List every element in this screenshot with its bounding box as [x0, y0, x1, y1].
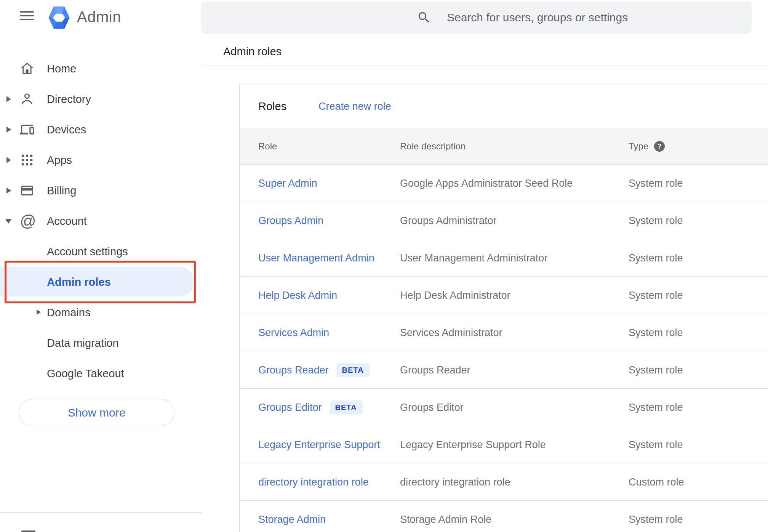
- sidebar-item-apps[interactable]: Apps: [0, 145, 201, 175]
- sidebar-item-label: Billing: [47, 184, 76, 197]
- roles-table-body: Super AdminGoogle Apps Administrator See…: [240, 165, 768, 532]
- role-cell: Super Admin: [258, 177, 317, 189]
- table-header-row: Role Role description Type ?: [240, 128, 768, 165]
- role-cell: directory integration role: [258, 476, 369, 488]
- role-description-cell: Google Apps Administrator Seed Role: [400, 177, 573, 189]
- hamburger-menu-icon[interactable]: [20, 10, 34, 21]
- table-row: Groups EditorBETAGroups EditorSystem rol…: [240, 389, 768, 426]
- table-row: Storage AdminStorage Admin RoleSystem ro…: [240, 501, 768, 532]
- role-type-cell: Custom role: [629, 476, 684, 488]
- role-link[interactable]: Storage Admin: [258, 513, 326, 525]
- sidebar-item-label: Home: [47, 62, 76, 75]
- search-input[interactable]: [447, 1, 768, 34]
- chevron-down-icon[interactable]: [5, 219, 11, 224]
- sidebar-item-label: Directory: [47, 93, 91, 106]
- show-more-button[interactable]: Show more: [19, 399, 174, 426]
- role-type-cell: System role: [629, 439, 683, 450]
- sidebar-item-devices[interactable]: Devices: [0, 114, 201, 145]
- chevron-right-icon[interactable]: [6, 157, 11, 163]
- role-cell: Services Admin: [258, 327, 329, 338]
- role-type-cell: System role: [629, 215, 683, 226]
- create-new-role-link[interactable]: Create new role: [318, 101, 391, 112]
- partial-footer-icon: [21, 530, 35, 532]
- sidebar-item-label: Apps: [47, 154, 72, 167]
- apps-grid-icon: [20, 153, 34, 167]
- role-link[interactable]: Super Admin: [258, 177, 317, 189]
- table-row: Legacy Enterprise SupportLegacy Enterpri…: [240, 426, 768, 463]
- sidebar-item-data-migration[interactable]: Data migration: [0, 328, 201, 358]
- sidebar-item-label: Account: [47, 215, 87, 228]
- table-row: User Management AdminUser Management Adm…: [240, 239, 768, 277]
- sidebar-item-home[interactable]: Home: [0, 53, 201, 84]
- role-link[interactable]: User Management Admin: [258, 252, 374, 263]
- sidebar-nav: HomeDirectoryDevicesAppsBilling@Account: [0, 53, 201, 236]
- role-link[interactable]: Services Admin: [258, 327, 329, 338]
- sidebar-item-domains[interactable]: Domains: [0, 297, 201, 328]
- sidebar-item-label: Admin roles: [47, 276, 111, 288]
- sidebar-item-label: Domains: [47, 306, 90, 319]
- chevron-right-icon[interactable]: [6, 127, 11, 133]
- role-type-cell: System role: [629, 364, 683, 376]
- role-cell: Groups ReaderBETA: [258, 363, 370, 377]
- role-cell: Groups Admin: [258, 215, 323, 226]
- search-bar: [201, 1, 752, 34]
- sidebar-item-directory[interactable]: Directory: [0, 84, 201, 114]
- table-row: Super AdminGoogle Apps Administrator See…: [240, 165, 768, 202]
- role-description-cell: Services Administrator: [400, 327, 502, 338]
- role-link[interactable]: Groups Editor: [258, 401, 322, 413]
- column-header-role: Role: [258, 141, 277, 152]
- sidebar-item-label: Account settings: [47, 245, 128, 258]
- role-link[interactable]: Groups Reader: [258, 364, 329, 375]
- role-description-cell: Groups Reader: [400, 364, 470, 376]
- role-description-cell: Legacy Enterprise Support Role: [400, 439, 546, 450]
- role-type-cell: System role: [629, 513, 683, 525]
- search-icon: [417, 10, 431, 25]
- beta-badge: BETA: [336, 363, 370, 377]
- role-cell: Legacy Enterprise Support: [258, 439, 380, 450]
- role-link[interactable]: Legacy Enterprise Support: [258, 439, 380, 450]
- sidebar-item-label: Google Takeout: [47, 367, 124, 380]
- role-cell: User Management Admin: [258, 252, 374, 264]
- person-icon: [20, 92, 34, 106]
- roles-card-header: Roles Create new role: [240, 85, 768, 128]
- sidebar-item-account-settings[interactable]: Account settings: [0, 236, 201, 267]
- role-cell: Help Desk Admin: [258, 289, 337, 301]
- sidebar-footer-divider: [0, 512, 202, 513]
- role-description-cell: Groups Administrator: [400, 215, 497, 226]
- table-row: Services AdminServices AdministratorSyst…: [240, 314, 768, 351]
- role-link[interactable]: Help Desk Admin: [258, 289, 337, 301]
- role-type-cell: System role: [629, 289, 683, 301]
- role-link[interactable]: directory integration role: [258, 476, 369, 487]
- sidebar: Admin HomeDirectoryDevicesAppsBilling@Ac…: [0, 0, 201, 532]
- role-link[interactable]: Groups Admin: [258, 215, 323, 226]
- breadcrumb: Admin roles: [223, 45, 282, 58]
- chevron-right-icon[interactable]: [37, 309, 41, 315]
- help-icon[interactable]: ?: [654, 141, 665, 152]
- devices-icon: [20, 122, 34, 137]
- table-row: directory integration roledirectory inte…: [240, 463, 768, 501]
- admin-console: Admin HomeDirectoryDevicesAppsBilling@Ac…: [0, 0, 768, 532]
- card-title: Roles: [258, 100, 286, 113]
- chevron-right-icon[interactable]: [6, 96, 11, 102]
- role-description-cell: User Management Administrator: [400, 252, 547, 264]
- sidebar-item-billing[interactable]: Billing: [0, 175, 201, 206]
- sidebar-item-label: Data migration: [47, 337, 119, 349]
- sidebar-item-admin-roles[interactable]: Admin roles: [0, 267, 201, 297]
- role-description-cell: Storage Admin Role: [400, 513, 491, 525]
- sidebar-item-label: Devices: [47, 123, 86, 136]
- role-type-cell: System role: [629, 177, 683, 189]
- sidebar-item-google-takeout[interactable]: Google Takeout: [0, 358, 201, 389]
- role-cell: Groups EditorBETA: [258, 400, 363, 414]
- beta-badge: BETA: [330, 400, 363, 414]
- chevron-right-icon[interactable]: [6, 187, 11, 194]
- table-row: Groups AdminGroups AdministratorSystem r…: [240, 202, 768, 239]
- credit-card-icon: [20, 183, 34, 198]
- at-sign-icon: @: [20, 214, 34, 228]
- role-type-cell: System role: [629, 252, 683, 264]
- app-name: Admin: [77, 8, 121, 26]
- table-row: Help Desk AdminHelp Desk AdministratorSy…: [240, 277, 768, 314]
- table-row: Groups ReaderBETAGroups ReaderSystem rol…: [240, 351, 768, 389]
- sidebar-item-account[interactable]: @Account: [0, 206, 201, 236]
- role-description-cell: Groups Editor: [400, 401, 464, 413]
- role-description-cell: directory integration role: [400, 476, 510, 488]
